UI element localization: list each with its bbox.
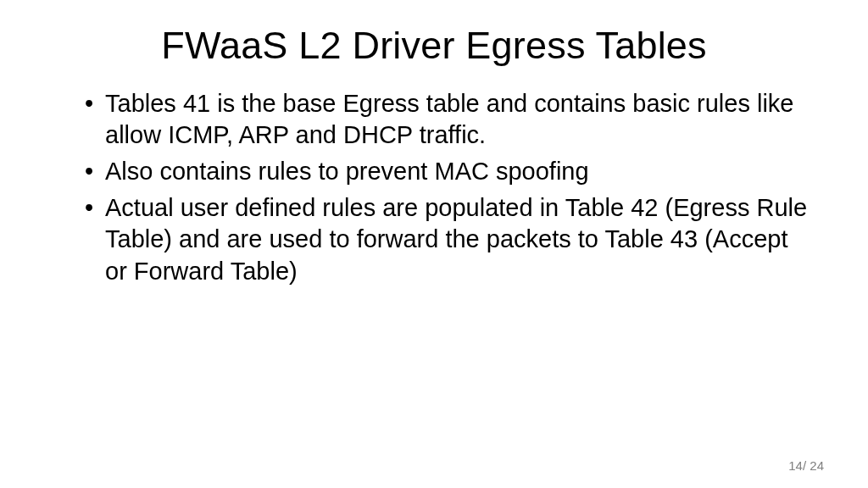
page-number: 14/ 24 <box>788 458 824 473</box>
bullet-list: Tables 41 is the base Egress table and c… <box>85 88 809 287</box>
list-item: Tables 41 is the base Egress table and c… <box>85 88 809 151</box>
list-item: Also contains rules to prevent MAC spoof… <box>85 156 809 187</box>
list-item: Actual user defined rules are populated … <box>85 192 809 286</box>
slide-title: FWaaS L2 Driver Egress Tables <box>51 24 817 68</box>
slide: FWaaS L2 Driver Egress Tables Tables 41 … <box>0 0 868 488</box>
slide-content: Tables 41 is the base Egress table and c… <box>51 88 817 287</box>
